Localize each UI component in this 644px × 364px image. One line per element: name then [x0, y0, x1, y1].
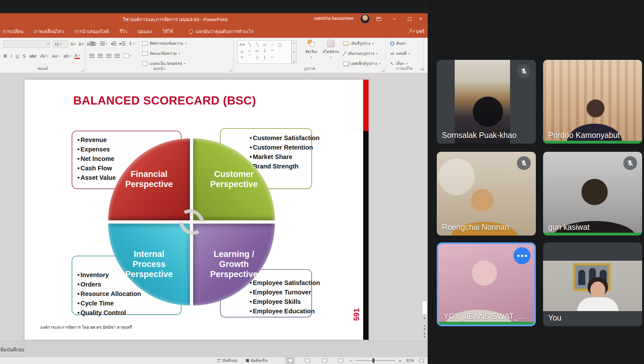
zoom-out-button[interactable]: − — [350, 357, 353, 364]
scroll-down-arrow[interactable]: ▾ — [422, 316, 427, 320]
arc-shape[interactable]: ◠ — [269, 48, 276, 54]
strikethrough-button[interactable]: abc — [29, 54, 36, 59]
tab-transitions[interactable]: การเปลี่ยน — [3, 28, 23, 35]
vertical-scrollbar-thumb[interactable] — [422, 301, 427, 315]
speaking-indicator-bar — [543, 233, 642, 236]
tile-options-button[interactable] — [514, 247, 530, 264]
slideshow-view-button[interactable] — [336, 357, 345, 364]
tab-view[interactable]: มุมมอง — [138, 28, 152, 35]
paragraph-dialog-launcher[interactable] — [229, 68, 232, 71]
zoom-in-button[interactable]: + — [399, 357, 402, 364]
normal-view-button[interactable] — [286, 357, 295, 364]
participant-tile-active[interactable]: YOY_JEANS SWAT_... — [437, 242, 536, 326]
line-arrow-shape[interactable]: ╲ — [253, 41, 261, 48]
add-remove-columns-button[interactable]: ▾ — [123, 54, 131, 58]
align-text-button[interactable]: จัดแนวข้อความ — [150, 50, 177, 57]
minimize-button[interactable]: – — [387, 13, 401, 25]
ribbon-display-options-button[interactable] — [372, 13, 386, 25]
elbow-shape[interactable]: ⌐ — [246, 48, 253, 54]
brace-right-shape[interactable]: } — [261, 54, 269, 60]
next-slide-button[interactable]: ▾▾ — [422, 332, 427, 338]
drawing-dialog-launcher[interactable] — [381, 68, 384, 71]
font-name-combo[interactable]: ▾ — [3, 40, 50, 48]
bold-button[interactable]: B — [4, 54, 7, 59]
comments-toggle-button[interactable]: ข้อคิดเห็น — [246, 357, 268, 364]
font-dialog-launcher[interactable] — [81, 68, 84, 71]
share-button[interactable]: + แชร์ — [409, 25, 425, 38]
slide-edge-bar — [363, 80, 369, 340]
shape-outline-button[interactable]: เส้นกรอบรูปร่าง — [347, 50, 374, 57]
freeform-shape[interactable]: ◌ — [276, 48, 284, 54]
reading-view-button[interactable] — [320, 357, 329, 364]
self-view-tile[interactable]: You — [543, 242, 642, 326]
notes-toggle-button[interactable]: บันทึกย่อ — [217, 357, 237, 364]
participant-name: YOY_JEANS SWAT_... — [443, 312, 525, 321]
oval-shape[interactable]: ○ — [269, 41, 276, 48]
text-direction-button[interactable]: ทิศทางของข้อความ — [150, 40, 183, 47]
curve-shape[interactable]: ⌒ — [246, 54, 253, 60]
rectangle-shape[interactable]: ▭ — [261, 41, 269, 48]
participant-tile[interactable]: gun kasiwat — [543, 152, 642, 236]
bsc-quadrant-diagram[interactable]: FinancialPerspective CustomerPerspective… — [108, 139, 275, 305]
tab-help[interactable]: วิธีใช้ — [163, 28, 173, 35]
grow-font-button[interactable]: A˄ — [70, 42, 76, 47]
justify-button[interactable] — [115, 54, 120, 58]
zoom-slider-track[interactable] — [356, 360, 395, 361]
zoom-slider-thumb[interactable] — [372, 358, 375, 363]
brace-left-shape[interactable]: { — [253, 54, 261, 60]
participant-tile[interactable]: Pordoo Kamonyabut — [543, 60, 642, 144]
shapes-gallery[interactable]: A≡ ╲ ╲ ▭ ○ ▢ △ ⌐ ⇨ ⇩ ◠ ◌ — [237, 40, 291, 64]
star-shape[interactable]: ☆ — [269, 54, 276, 60]
triangle-shape[interactable]: △ — [238, 48, 246, 54]
arrange-button[interactable]: จัดเรียง▾ — [302, 40, 320, 69]
previous-slide-button[interactable]: ▴▴ — [422, 324, 427, 330]
align-right-button[interactable] — [106, 54, 111, 58]
align-center-button[interactable] — [98, 54, 103, 58]
italic-button[interactable]: I — [11, 54, 12, 59]
tab-review[interactable]: รีวิว — [119, 28, 127, 35]
account-avatar[interactable] — [360, 14, 370, 24]
replace-button[interactable]: แทนที่ — [396, 50, 406, 57]
participant-tile[interactable]: Sornsalak Puak-khao — [437, 60, 536, 144]
font-size-combo[interactable]: 10▾ — [53, 40, 68, 48]
close-button[interactable]: × — [414, 13, 428, 25]
arrow-down-shape[interactable]: ⇩ — [261, 48, 269, 54]
arrow-right-shape[interactable]: ⇨ — [253, 48, 261, 54]
tab-animations[interactable]: ภาพเคลื่อนไหว — [34, 28, 64, 35]
underline-button[interactable]: U — [16, 54, 19, 59]
font-color-button[interactable]: A▾ — [75, 53, 80, 59]
bullets-button[interactable]: ▾ — [89, 42, 97, 45]
mic-muted-icon — [517, 64, 531, 78]
character-spacing-button[interactable]: AV▾ — [40, 54, 48, 59]
slide-sorter-view-button[interactable] — [303, 357, 312, 364]
participant-tile[interactable]: Roengchai Nonnan — [437, 152, 536, 236]
shrink-font-button[interactable]: A˅ — [79, 42, 84, 47]
shapes-gallery-scrollbar[interactable]: ▴▾▾̲ — [291, 40, 297, 64]
title-bar[interactable]: วิชาองค์การและการจัดการ เทอม3-63 - Power… — [0, 13, 428, 25]
notes-pane[interactable]: เพิ่มบันทึกย่อ — [0, 341, 428, 357]
shadow-button[interactable]: S — [23, 54, 25, 59]
scribble-shape[interactable]: ∿ — [238, 54, 246, 60]
zoom-level[interactable]: 91% — [406, 357, 414, 364]
line-shape[interactable]: ╲ — [246, 41, 253, 48]
account-name[interactable]: natnicha hasoontree — [314, 16, 354, 21]
fit-to-window-button[interactable] — [419, 359, 424, 362]
numbering-button[interactable]: ▾ — [100, 42, 108, 45]
line-spacing-button[interactable]: ⇕▾ — [129, 41, 135, 46]
increase-indent-button[interactable]: ▸ — [119, 41, 125, 46]
decrease-indent-button[interactable]: ◂ — [110, 41, 116, 46]
slide[interactable]: BALANCED SCORECARD (BSC) Revenue Expense… — [25, 80, 369, 340]
shape-fill-button[interactable]: เติมสีรูปร่าง — [351, 40, 370, 47]
find-button[interactable]: ค้นหา — [396, 40, 406, 47]
text-box-shape[interactable]: A≡ — [238, 41, 246, 48]
tell-me-box[interactable]: บอกฉันว่าคุณต้องการทำอะไร — [189, 28, 254, 35]
quick-styles-button[interactable]: สไตล์ด่วน▾ — [322, 40, 340, 69]
slide-editor-canvas[interactable]: BALANCED SCORECARD (BSC) Revenue Expense… — [0, 73, 428, 341]
change-case-button[interactable]: Aa▾ — [52, 54, 60, 59]
slide-title[interactable]: BALANCED SCORECARD (BSC) — [73, 94, 256, 107]
rounded-rect-shape[interactable]: ▢ — [276, 41, 284, 48]
tab-slideshow[interactable]: การนำเสนอสไลด์ — [75, 28, 109, 35]
highlight-color-button[interactable]: ab▾ — [64, 54, 71, 59]
align-left-button[interactable] — [89, 54, 94, 58]
notes-placeholder[interactable]: เพิ่มบันทึกย่อ — [0, 346, 24, 354]
